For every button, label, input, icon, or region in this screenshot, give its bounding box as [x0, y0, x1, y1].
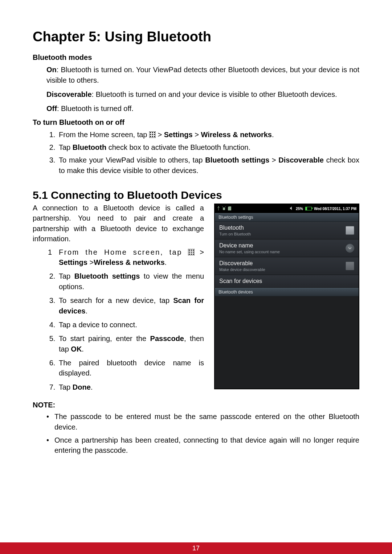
toggle-step-2-pre: Tap — [59, 143, 73, 151]
connect-step-1-pre: From the Home screen, tap — [59, 248, 188, 256]
bt-row-bluetooth-sub: Turn on Bluetooth — [219, 232, 251, 236]
svg-rect-8 — [152, 136, 153, 137]
page-number: 17 — [192, 545, 200, 552]
status-datetime: Wed 08/17/2011, 1:37 PM — [314, 207, 356, 211]
battery-percent: 25% — [296, 207, 303, 211]
toggle-step-1: From the Home screen, tap > Settings > W… — [57, 130, 359, 140]
status-bar: 25% Wed 08/17/2011, 1:37 PM — [215, 204, 359, 213]
toggle-step-3-pre: To make your ViewPad visible to others, … — [59, 156, 205, 164]
connect-step-5-b1: Passcode — [150, 335, 184, 342]
connect-step-1: 1 From the Home screen, tap > Settings >… — [57, 247, 204, 268]
svg-rect-17 — [189, 254, 190, 255]
toggle-step-1-pre: From the Home screen, tap — [59, 131, 149, 139]
toggle-step-1-end: . — [272, 131, 274, 139]
mode-discoverable: Discoverable: Bluetooth is turned on and… — [46, 89, 359, 100]
note-list: The passcode to be entered must be the s… — [46, 411, 359, 456]
toggle-step-3-sep: > — [269, 156, 278, 164]
toggle-steps: From the Home screen, tap > Settings > W… — [46, 130, 359, 176]
bt-row-devicename-title: Device name — [219, 242, 280, 249]
svg-rect-13 — [193, 250, 194, 251]
adb-icon — [222, 206, 226, 211]
toggle-step-1-b2: Wireless & networks — [201, 131, 271, 139]
sd-card-icon — [228, 206, 231, 211]
connect-step-5-pre: To start pairing, enter the — [59, 335, 150, 342]
svg-rect-9 — [154, 136, 155, 137]
section-heading-modes: Bluetooth modes — [33, 53, 359, 62]
battery-icon — [305, 207, 312, 210]
note-colon: : — [53, 401, 56, 409]
apps-grid-icon — [188, 249, 195, 255]
svg-rect-4 — [150, 134, 151, 135]
bt-devices-empty — [215, 296, 359, 389]
connect-step-1-b1: Settings — [59, 258, 87, 266]
usb-icon — [217, 206, 220, 211]
bluetooth-modes-block: On: Bluetooth is turned on. Your ViewPad… — [46, 65, 359, 114]
connect-step-5: To start pairing, enter the Passcode, th… — [57, 333, 204, 354]
bt-row-devicename[interactable]: Device name No name set, using account n… — [215, 239, 359, 257]
note-label: NOTE: — [33, 401, 359, 409]
connect-step-2-pre: Tap — [59, 272, 74, 280]
svg-rect-5 — [152, 134, 153, 135]
connect-step-7-pre: Tap — [59, 383, 73, 391]
toggle-step-2-post: check box to activate the Bluetooth func… — [106, 143, 250, 151]
svg-rect-6 — [154, 134, 155, 135]
svg-point-20 — [218, 206, 219, 207]
bt-row-scan[interactable]: Scan for devices — [215, 275, 359, 288]
toggle-step-1-sep2: > — [193, 131, 201, 139]
bt-row-bluetooth[interactable]: Bluetooth Turn on Bluetooth — [215, 222, 359, 239]
connect-step-7: Tap Done. — [57, 382, 204, 392]
connect-step-1-sep: > — [195, 248, 204, 256]
two-column-layout: A connection to a Bluetooth device is ca… — [33, 202, 359, 396]
svg-rect-3 — [154, 132, 155, 133]
svg-rect-2 — [152, 132, 153, 133]
connect-step-1-sep2: > — [87, 258, 94, 266]
svg-rect-15 — [191, 251, 192, 253]
mode-off: Off: Bluetooth is turned off. — [46, 103, 359, 114]
status-left-icons — [217, 206, 231, 211]
bluetooth-settings-screenshot: 25% Wed 08/17/2011, 1:37 PM Bluetooth se… — [214, 204, 359, 389]
section-5-1-title: 5.1 Connecting to Bluetooth Devices — [33, 189, 359, 201]
chevron-down-icon[interactable] — [346, 244, 354, 253]
connect-step-6: The paired bluetooth device name is disp… — [57, 358, 204, 378]
svg-rect-14 — [189, 251, 190, 253]
svg-rect-1 — [150, 132, 151, 133]
apps-grid-icon — [149, 131, 156, 138]
mode-discoverable-label: Discoverable — [46, 90, 92, 98]
connect-step-7-b: Done — [73, 383, 91, 391]
connect-step-5-b2: OK — [71, 345, 82, 353]
document-page: Chapter 5: Using Bluetooth Bluetooth mod… — [0, 0, 392, 554]
note-label-text: NOTE — [33, 401, 53, 409]
connect-intro: A connection to a Bluetooth device is ca… — [33, 203, 204, 244]
bt-row-scan-title: Scan for devices — [219, 278, 262, 284]
checkbox-icon[interactable] — [346, 226, 354, 235]
bt-header-devices: Bluetooth devices — [215, 288, 359, 296]
svg-rect-19 — [193, 254, 194, 255]
mode-on-label: On — [46, 66, 57, 74]
mode-off-label: Off — [46, 104, 57, 112]
toggle-step-3: To make your ViewPad visible to others, … — [57, 155, 359, 176]
bt-row-bluetooth-title: Bluetooth — [219, 225, 251, 231]
toggle-step-3-b1: Bluetooth settings — [205, 156, 269, 164]
connect-step-2: Tap Bluetooth settings to view the menu … — [57, 271, 204, 292]
svg-rect-12 — [191, 250, 192, 251]
mode-on: On: Bluetooth is turned on. Your ViewPad… — [46, 65, 359, 86]
connect-step-3-pre: To search for a new device, tap — [59, 296, 173, 304]
connect-step-3: To search for a new device, tap Scan for… — [57, 295, 204, 316]
connect-step-2-b: Bluetooth settings — [74, 272, 140, 280]
toggle-step-1-b1: Settings — [164, 131, 193, 139]
connect-step-4: Tap a device to connect. — [57, 320, 204, 330]
mode-on-text: : Bluetooth is turned on. Your ViewPad d… — [46, 66, 359, 84]
connect-step-7-end: . — [91, 383, 93, 391]
status-right-icons: 25% Wed 08/17/2011, 1:37 PM — [290, 206, 356, 211]
checkbox-icon[interactable] — [346, 262, 354, 270]
connect-step-1-marker: 1 — [48, 247, 52, 257]
connect-step-5-end: . — [82, 345, 84, 353]
bt-row-discoverable-sub: Make device discoverable — [219, 267, 265, 272]
bt-row-devicename-sub: No name set, using account name — [219, 250, 280, 254]
section-heading-toggle: To turn Bluetooth on or off — [33, 118, 359, 127]
connect-column: A connection to a Bluetooth device is ca… — [33, 202, 204, 396]
speaker-icon — [290, 206, 294, 211]
toggle-step-1-sep1: > — [156, 131, 164, 139]
bt-row-discoverable[interactable]: Discoverable Make device discoverable — [215, 257, 359, 275]
mode-discoverable-text: : Bluetooth is turned on and your device… — [92, 90, 337, 98]
